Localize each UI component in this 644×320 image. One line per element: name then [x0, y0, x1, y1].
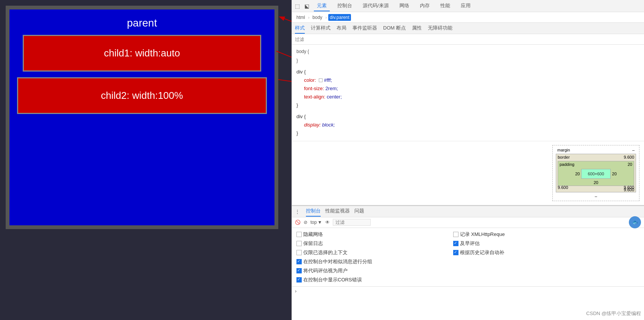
label-treat-as-user: 将代码评估视为用户: [303, 267, 348, 274]
box-model-area: margin – border 9.600 padding 20: [292, 141, 644, 205]
css-prop-textalign: text-align: center;: [296, 93, 639, 101]
margin-label: margin: [557, 148, 570, 152]
label-show-cors: 在控制台中显示CORS错误: [303, 276, 362, 283]
checkbox-selected-context[interactable]: [296, 250, 302, 255]
console-tab-issues[interactable]: 问题: [354, 206, 364, 217]
devtools-toolbar: ⬚ ⬕ 元素 控制台 源代码/来源 网络 内存 性能 应用: [292, 0, 644, 12]
child1-div: child1: width:auto: [23, 35, 261, 72]
tab-application[interactable]: 应用: [458, 1, 474, 11]
option-auto-complete: 根据历史记录自动补: [453, 249, 608, 256]
tab-sources[interactable]: 源代码/来源: [360, 1, 392, 11]
tab-memory[interactable]: 内存: [417, 1, 433, 11]
style-tab-layout[interactable]: 布局: [337, 23, 346, 34]
option-selected-context: 仅限已选择的上下文: [296, 249, 451, 256]
checkbox-group-similar[interactable]: [296, 259, 302, 264]
styles-tabs-bar: 样式 计算样式 布局 事件监听器 DOM 断点 属性 无障碍功能: [292, 23, 644, 34]
box-side-left: 20: [575, 172, 580, 176]
style-tab-event-listeners[interactable]: 事件监听器: [352, 23, 377, 34]
breadcrumb-body[interactable]: body: [311, 14, 324, 21]
filter-bar: [292, 34, 644, 45]
device-icon[interactable]: ⬕: [304, 3, 309, 9]
child1-label: child1: width:auto: [104, 47, 180, 59]
option-record-xhr: 记录 XMLHttpReque: [453, 231, 608, 238]
console-tab-console[interactable]: 控制台: [306, 206, 321, 217]
filter-input[interactable]: [295, 37, 641, 42]
box-border-outer: border 9.600 padding 20 20 600×600: [556, 154, 636, 192]
devtools-panel: ⬚ ⬕ 元素 控制台 源代码/来源 网络 内存 性能 应用 html › bod…: [292, 0, 644, 320]
checkbox-record-xhr[interactable]: [453, 232, 458, 237]
label-selected-context: 仅限已选择的上下文: [303, 249, 348, 256]
margin-dash-top: –: [632, 148, 635, 152]
css-prop-fontsize: font-size: 2rem;: [296, 84, 639, 93]
style-tab-accessibility[interactable]: 无障碍功能: [428, 23, 452, 34]
box-margin-top-row: margin –: [554, 147, 638, 153]
box-content-row: 20 600×600 20: [558, 167, 634, 180]
border-right: 9.600: [624, 185, 634, 190]
checkbox-hide-network[interactable]: [296, 232, 302, 237]
console-tab-performance-monitor[interactable]: 性能监视器: [325, 206, 350, 217]
css-rule-1-close: }: [296, 101, 639, 109]
label-hide-network: 隐藏网络: [303, 231, 323, 238]
css-prop-color: color: #fff;: [296, 76, 639, 84]
console-stop-icon[interactable]: ⊘: [304, 220, 307, 225]
watermark: CSDN @练甲小宝爱编程: [586, 310, 641, 317]
option-preserve-log: 保留日志: [296, 240, 451, 247]
tab-network[interactable]: 网络: [396, 1, 412, 11]
console-top-dropdown[interactable]: top ▼: [310, 220, 322, 225]
option-treat-as-user: 将代码评估视为用户: [296, 267, 451, 274]
option-group-similar: 在控制台中对相似消息进行分组: [296, 258, 639, 265]
style-tab-properties[interactable]: 属性: [412, 23, 422, 34]
checkbox-eager-eval[interactable]: [453, 241, 458, 246]
console-clear-icon[interactable]: 🚫: [295, 220, 301, 225]
label-eager-eval: 及早评估: [460, 240, 480, 247]
css-rules-area: body { } div { color: #fff; font-size: 2…: [292, 45, 644, 141]
option-eager-eval: 及早评估: [453, 240, 608, 247]
breadcrumb-divparent[interactable]: div.parent: [328, 14, 351, 21]
console-eye-icon[interactable]: 👁: [325, 220, 330, 225]
checkbox-show-cors[interactable]: [296, 277, 302, 283]
console-bottom: › CSDN @练甲小宝爱编程: [292, 286, 644, 320]
preview-panel: parent child1: width:auto child2: width:…: [0, 0, 292, 320]
box-margin-bottom-row: –: [554, 193, 638, 199]
border-label: border: [558, 155, 570, 159]
box-model-diagram: margin – border 9.600 padding 20: [552, 145, 639, 201]
console-dropdown-arrow[interactable]: ▼: [318, 220, 322, 225]
tab-performance[interactable]: 性能: [437, 1, 453, 11]
box-padding-outer: padding 20 20 600×600 20 20: [558, 161, 634, 186]
css-body-selector: body {: [296, 48, 639, 55]
label-group-similar: 在控制台中对相似消息进行分组: [303, 258, 372, 265]
box-content-size: 600×600: [581, 169, 610, 179]
browser-preview: parent child1: width:auto child2: width:…: [0, 0, 292, 320]
tab-console[interactable]: 控制台: [334, 1, 355, 11]
console-top-label: top: [310, 220, 317, 225]
checkbox-preserve-log[interactable]: [296, 241, 302, 246]
border-value-top: 9.600: [624, 155, 634, 159]
breadcrumb-sep1: ›: [308, 15, 310, 20]
style-tab-styles[interactable]: 样式: [295, 23, 305, 34]
css-body-close: }: [296, 57, 639, 64]
style-tab-dom-breakpoints[interactable]: DOM 断点: [383, 23, 406, 34]
css-prop-display: display: block;: [296, 121, 639, 129]
cursor-icon[interactable]: ⬚: [295, 3, 300, 9]
child2-div: child2: width:100%: [17, 77, 267, 114]
checkbox-treat-as-user[interactable]: [296, 268, 302, 273]
checkbox-auto-complete[interactable]: [453, 250, 458, 255]
console-panel: ⋮ 控制台 性能监视器 问题 🚫 ⊘ top ▼ 👁 🐟 隐藏网络: [292, 205, 644, 320]
css-rule-1: div { color: #fff; font-size: 2rem; text…: [296, 68, 639, 109]
tab-elements[interactable]: 元素: [314, 1, 330, 11]
padding-label: padding: [560, 162, 574, 167]
console-toolbar: 🚫 ⊘ top ▼ 👁 🐟: [292, 217, 644, 228]
margin-dash-bottom: –: [595, 194, 597, 198]
label-preserve-log: 保留日志: [303, 240, 323, 247]
console-avatar: 🐟: [629, 216, 641, 228]
breadcrumb-sep2: ›: [325, 15, 327, 20]
box-border-top-row: border 9.600: [556, 154, 636, 160]
console-drag-handle: ⋮: [295, 209, 300, 214]
css-selector-2: div {: [296, 112, 639, 121]
border-left: 9.600: [558, 185, 568, 190]
console-filter-input[interactable]: [333, 219, 371, 226]
label-record-xhr: 记录 XMLHttpReque: [460, 231, 505, 238]
parent-div: parent child1: width:auto child2: width:…: [6, 6, 278, 229]
breadcrumb-html[interactable]: html: [295, 14, 307, 21]
style-tab-computed[interactable]: 计算样式: [311, 23, 331, 34]
